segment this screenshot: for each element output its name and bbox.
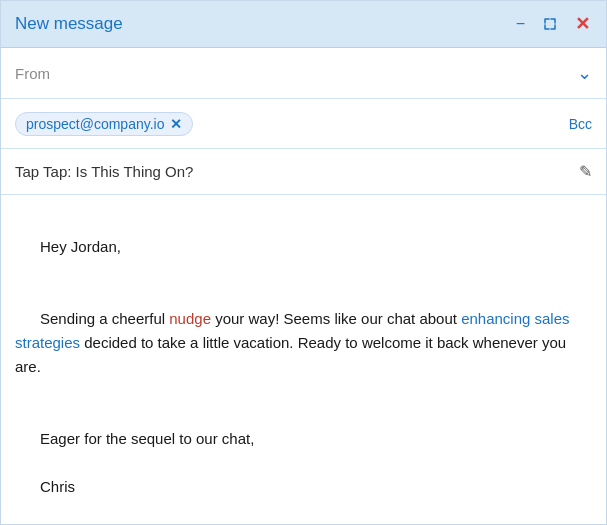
compose-title: New message	[15, 14, 123, 34]
body-content: Hey Jordan, Sending a cheerful nudge you…	[15, 211, 592, 523]
to-row: prospect@company.io ✕ Bcc	[1, 99, 606, 149]
bcc-link[interactable]: Bcc	[569, 116, 592, 132]
body-paragraph: Sending a cheerful nudge your way! Seems…	[15, 310, 574, 375]
recipient-chip: prospect@company.io ✕	[15, 112, 193, 136]
header-actions: − ✕	[514, 11, 592, 37]
from-label: From	[15, 65, 50, 82]
chat-link: enhancing sales strategies	[15, 310, 574, 351]
subject-text: Tap Tap: Is This Thing On?	[15, 163, 571, 180]
pencil-icon: ✎	[579, 162, 592, 181]
remove-recipient-button[interactable]: ✕	[170, 117, 182, 131]
minimize-button[interactable]: −	[514, 13, 527, 35]
chevron-down-icon: ⌄	[577, 62, 592, 84]
subject-row: Tap Tap: Is This Thing On? ✎	[1, 149, 606, 195]
from-row[interactable]: From ⌄	[1, 48, 606, 99]
email-body[interactable]: Hey Jordan, Sending a cheerful nudge you…	[1, 195, 606, 524]
greeting-line: Hey Jordan,	[40, 238, 121, 255]
compose-header: New message − ✕	[1, 1, 606, 48]
nudge-word: nudge	[169, 310, 211, 327]
compose-window: New message − ✕ From ⌄ prospect@company.…	[0, 0, 607, 525]
close-button[interactable]: ✕	[573, 11, 592, 37]
signature: Chris	[40, 478, 75, 495]
closing-line: Eager for the sequel to our chat,	[40, 430, 254, 447]
recipient-email: prospect@company.io	[26, 116, 164, 132]
recipients-area: prospect@company.io ✕	[15, 112, 193, 136]
expand-button[interactable]	[541, 15, 559, 33]
